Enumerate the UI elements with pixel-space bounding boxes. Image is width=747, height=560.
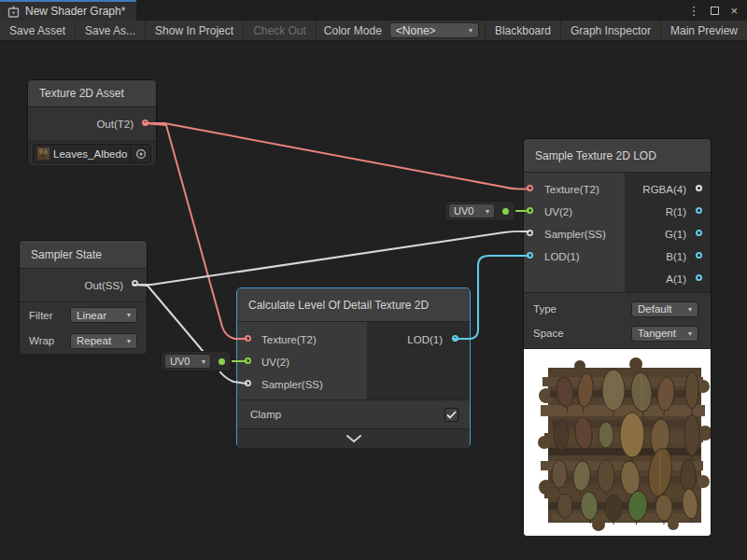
- filter-dropdown[interactable]: Linear ▾: [70, 307, 137, 323]
- wrap-label: Wrap: [29, 335, 63, 346]
- node-header[interactable]: Calculate Level Of Detail Texture 2D: [237, 288, 470, 322]
- color-mode-dropdown[interactable]: <None> ▾: [389, 22, 479, 38]
- sampler-input-row: Sampler(SS): [524, 223, 625, 245]
- wrap-dropdown[interactable]: Repeat ▾: [70, 333, 137, 349]
- input-ports-panel: Texture(T2) UV(2) Sampler(SS) LOD(1): [524, 173, 625, 292]
- toolbar: Save Asset Save As... Show In Project Ch…: [0, 21, 747, 41]
- uv-value-dot-icon: [502, 208, 509, 215]
- rgba-output-label: RGBA(4): [642, 184, 686, 195]
- node-title: Sampler State: [31, 248, 102, 261]
- chevron-down-icon: ▾: [461, 26, 472, 35]
- title-bar: New Shader Graph* ⋮ ×: [0, 0, 747, 21]
- texture-object-field[interactable]: Leaves_Albedo: [33, 144, 151, 163]
- r-output-row: R(1): [625, 201, 711, 223]
- g-output-row: G(1): [625, 223, 711, 245]
- node-header[interactable]: Texture 2D Asset: [28, 80, 156, 107]
- node-title: Calculate Level Of Detail Texture 2D: [248, 299, 429, 312]
- node-sampler-state[interactable]: Sampler State Out(SS) Filter Linear ▾ Wr…: [19, 240, 148, 353]
- out-ss-label: Out(SS): [84, 280, 123, 291]
- wire-texture-to-calculate[interactable]: [144, 123, 247, 339]
- filter-label: Filter: [29, 310, 63, 321]
- uv-input-row: UV(2): [237, 351, 367, 373]
- texture-input-label: Texture(T2): [261, 334, 317, 345]
- uv-input-label: UV(2): [544, 206, 572, 217]
- color-mode-value: <None>: [396, 24, 436, 37]
- clamp-checkbox[interactable]: [444, 408, 458, 422]
- shader-graph-asset-icon: [7, 6, 20, 18]
- collapse-chevron-button[interactable]: [237, 428, 470, 448]
- color-mode-label: Color Mode: [317, 21, 389, 40]
- texture-preview: [524, 348, 711, 536]
- texture-input-row: Texture(T2): [237, 329, 367, 351]
- out-t2-port-row: Out(T2): [28, 107, 156, 141]
- node-title: Sample Texture 2D LOD: [535, 149, 656, 162]
- uv-channel-dropdown[interactable]: UV0 ▾: [164, 354, 211, 369]
- node-header[interactable]: Sample Texture 2D LOD: [524, 139, 711, 173]
- lod-input-row: LOD(1): [524, 245, 625, 268]
- tab-title: New Shader Graph*: [25, 5, 125, 18]
- rgba-output-row: RGBA(4): [625, 178, 711, 201]
- close-icon[interactable]: ×: [730, 5, 738, 17]
- chevron-down-icon: [346, 435, 361, 442]
- uv-channel-widget-sample: UV0 ▾: [444, 201, 515, 221]
- maximize-icon[interactable]: [711, 7, 719, 15]
- save-asset-button[interactable]: Save Asset: [0, 21, 76, 40]
- output-ports-panel: RGBA(4) R(1) G(1) B(1): [625, 173, 711, 292]
- uv-input-label: UV(2): [261, 357, 289, 368]
- b-output-label: B(1): [666, 251, 686, 262]
- node-texture-2d-asset[interactable]: Texture 2D Asset Out(T2) Leaves_Albedo: [27, 79, 157, 165]
- clamp-row: Clamp: [237, 399, 470, 428]
- shader-graph-window: New Shader Graph* ⋮ × Save Asset Save As…: [0, 0, 747, 560]
- node-header[interactable]: Sampler State: [20, 241, 147, 269]
- out-ss-port-row: Out(SS): [20, 269, 147, 301]
- chevron-down-icon: ▾: [478, 207, 489, 216]
- node-calculate-lod-texture-2d[interactable]: Calculate Level Of Detail Texture 2D Tex…: [236, 287, 471, 448]
- space-label: Space: [533, 328, 564, 339]
- uv-input-row: UV(2): [524, 201, 625, 223]
- space-row: Space Tangent ▾: [524, 321, 711, 345]
- uv-channel-value: UV0: [170, 356, 190, 367]
- wire-sampler-to-sample[interactable]: [134, 231, 529, 285]
- wrap-value: Repeat: [77, 335, 111, 346]
- g-output-label: G(1): [665, 229, 686, 240]
- type-label: Type: [533, 303, 557, 315]
- graph-canvas[interactable]: Texture 2D Asset Out(T2) Leaves_Albedo: [0, 41, 747, 560]
- uv-channel-dropdown[interactable]: UV0 ▾: [448, 203, 495, 218]
- blackboard-toggle-button[interactable]: Blackboard: [485, 21, 560, 40]
- check-out-button: Check Out: [244, 21, 317, 40]
- texture-input-row: Texture(T2): [524, 178, 625, 201]
- object-picker-icon[interactable]: [130, 144, 150, 163]
- g-output-port[interactable]: [696, 230, 702, 236]
- b-output-port[interactable]: [696, 252, 702, 259]
- show-in-project-button[interactable]: Show In Project: [146, 21, 244, 40]
- node-title: Texture 2D Asset: [39, 87, 124, 100]
- wire-texture-to-sample[interactable]: [144, 123, 529, 189]
- type-dropdown[interactable]: Default ▾: [631, 301, 698, 317]
- sampler-input-row: Sampler(SS): [237, 373, 367, 396]
- a-output-port[interactable]: [696, 274, 702, 281]
- type-row: Type Default ▾: [524, 297, 711, 321]
- check-icon: [446, 411, 457, 419]
- graph-inspector-toggle-button[interactable]: Graph Inspector: [560, 21, 660, 40]
- wrap-row: Wrap Repeat ▾: [20, 328, 147, 354]
- uv-value-dot-icon: [218, 358, 225, 365]
- leaves-texture-image: [524, 349, 711, 536]
- r-output-port[interactable]: [696, 207, 702, 214]
- node-sample-texture-2d-lod[interactable]: Sample Texture 2D LOD Texture(T2) UV(2) …: [523, 138, 712, 535]
- document-tab[interactable]: New Shader Graph*: [0, 0, 136, 21]
- input-ports-panel: Texture(T2) UV(2) Sampler(SS): [237, 322, 367, 399]
- chevron-down-icon: ▾: [681, 329, 692, 338]
- a-output-row: A(1): [625, 268, 711, 290]
- output-ports-panel: LOD(1): [367, 322, 470, 399]
- main-preview-toggle-button[interactable]: Main Preview: [660, 21, 747, 40]
- rgba-output-port[interactable]: [696, 185, 702, 191]
- out-t2-label: Out(T2): [96, 119, 134, 130]
- chevron-down-icon: ▾: [681, 305, 692, 314]
- lod-input-label: LOD(1): [544, 251, 580, 262]
- more-menu-icon[interactable]: ⋮: [687, 5, 699, 17]
- save-as-button[interactable]: Save As...: [76, 21, 146, 40]
- texture-field-row: Leaves_Albedo: [28, 141, 156, 165]
- b-output-row: B(1): [625, 245, 711, 268]
- sampler-input-label: Sampler(SS): [544, 229, 606, 240]
- space-dropdown[interactable]: Tangent ▾: [631, 326, 698, 342]
